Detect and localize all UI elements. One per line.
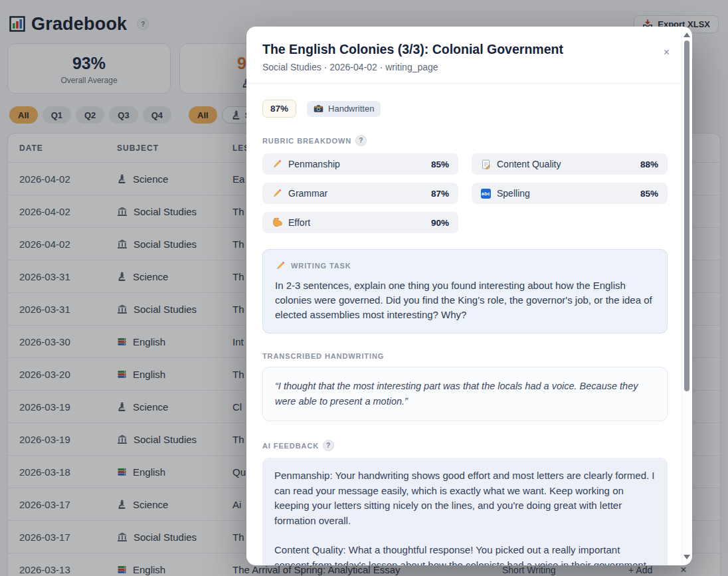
transcription-label: TRANSCRIBED HANDWRITING — [262, 352, 668, 360]
rubric-grid: Penmanship85%Content Quality88%Grammar87… — [262, 153, 668, 233]
ai-feedback-box: Penmanship: Your handwriting shows good … — [262, 458, 668, 565]
badge-row: 87% Handwritten — [262, 100, 668, 118]
help-icon[interactable]: ? — [355, 135, 367, 146]
rubric-item-label: Spelling — [497, 188, 530, 199]
rubric-item-value: 87% — [431, 189, 449, 199]
flex-icon — [272, 217, 282, 228]
modal-subtitle: Social Studies · 2026-04-02 · writing_pa… — [262, 62, 655, 72]
rubric-breakdown-label: RUBRIC BREAKDOWN ? — [262, 135, 668, 146]
handwritten-badge: Handwritten — [307, 101, 381, 117]
abc-icon: abc — [481, 189, 491, 199]
rubric-item-value: 90% — [431, 218, 449, 228]
rubric-item-label: Content Quality — [497, 159, 561, 169]
writing-task-box: WRITING TASK In 2-3 sentences, explain o… — [262, 249, 668, 334]
rubric-item-value: 85% — [640, 189, 658, 199]
modal-body: 87% Handwritten RUBRIC BREAKDOWN ? Penma… — [246, 84, 692, 565]
scrollbar-thumb[interactable] — [684, 41, 689, 391]
modal-title: The English Colonies (3/3): Colonial Gov… — [262, 41, 655, 57]
pencil-icon — [272, 159, 282, 169]
rubric-item-grammar: Grammar87% — [262, 183, 458, 204]
modal-scrollbar[interactable] — [682, 29, 690, 563]
ai-feedback-label: AI FEEDBACK ? — [262, 440, 668, 451]
scroll-up-icon[interactable] — [683, 33, 690, 37]
camera-icon — [314, 104, 323, 113]
rubric-item-spelling: abcSpelling85% — [472, 183, 668, 204]
pencil-icon — [272, 188, 282, 199]
gradebook-page: Gradebook ? Export XLSX 93% Overall Aver… — [0, 0, 728, 576]
rubric-item-value: 88% — [640, 159, 658, 169]
scroll-down-icon[interactable] — [683, 555, 690, 559]
writing-task-label: WRITING TASK — [275, 260, 655, 271]
pencil-icon — [275, 260, 286, 271]
score-badge: 87% — [262, 100, 296, 118]
memo-icon — [481, 159, 491, 169]
feedback-paragraph: Content Quality: What a thoughtful respo… — [274, 543, 656, 565]
rubric-item-label: Grammar — [288, 188, 327, 199]
rubric-item-value: 85% — [431, 159, 449, 169]
rubric-item-penmanship: Penmanship85% — [262, 153, 458, 175]
help-icon[interactable]: ? — [323, 440, 334, 451]
rubric-item-effort: Effort90% — [262, 212, 458, 233]
rubric-item-label: Penmanship — [288, 159, 340, 169]
rubric-item-label: Effort — [288, 217, 310, 228]
transcription-box: “I thought that the most interesting par… — [262, 367, 668, 421]
rubric-item-content-quality: Content Quality88% — [472, 153, 668, 175]
transcription-text: “I thought that the most interesting par… — [275, 379, 655, 409]
handwritten-badge-label: Handwritten — [328, 104, 374, 114]
close-icon[interactable]: × — [664, 47, 670, 58]
assignment-detail-modal: The English Colonies (3/3): Colonial Gov… — [246, 27, 692, 565]
modal-header: The English Colonies (3/3): Colonial Gov… — [246, 27, 692, 84]
writing-task-text: In 2-3 sentences, explain one thing you … — [275, 278, 655, 322]
feedback-paragraph: Penmanship: Your handwriting shows good … — [274, 468, 656, 528]
